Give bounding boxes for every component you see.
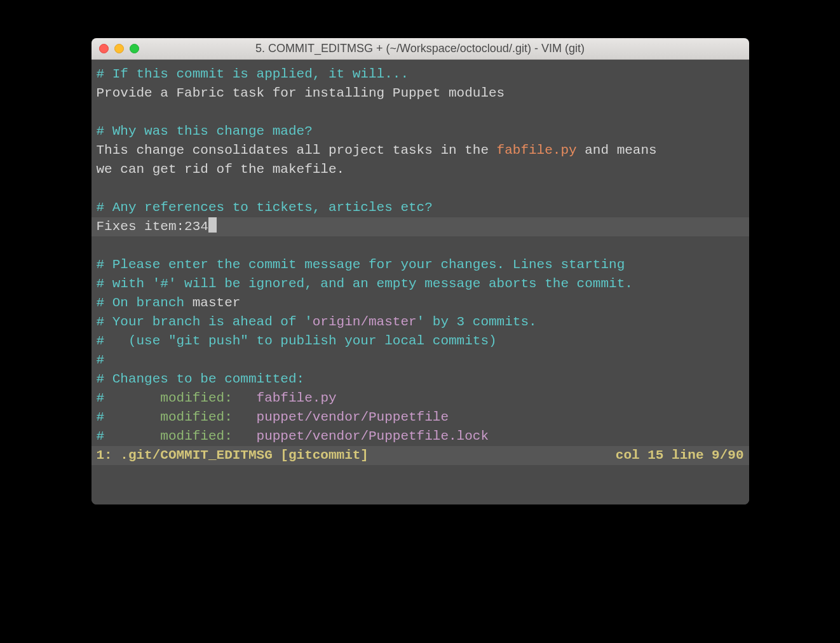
editor-line: # Why was this change made? bbox=[91, 122, 749, 141]
traffic-lights bbox=[99, 44, 139, 53]
maximize-icon[interactable] bbox=[130, 44, 139, 53]
terminal-window: 5. COMMIT_EDITMSG + (~/Workspace/octoclo… bbox=[91, 38, 749, 504]
vim-statusbar: 1: .git/COMMIT_EDITMSG [gitcommit] col 1… bbox=[91, 446, 749, 465]
commit-body-text: we can get rid of the makefile. bbox=[97, 162, 345, 177]
editor-line: # modified: puppet/vendor/Puppetfile.loc… bbox=[91, 427, 749, 446]
window-titlebar[interactable]: 5. COMMIT_EDITMSG + (~/Workspace/octoclo… bbox=[91, 38, 749, 60]
editor-line: Provide a Fabric task for installing Pup… bbox=[91, 84, 749, 103]
editor-blank bbox=[91, 465, 749, 497]
modified-file: puppet/vendor/Puppetfile.lock bbox=[257, 429, 489, 443]
minimize-icon[interactable] bbox=[114, 44, 124, 53]
git-changes-header: # Changes to be committed: bbox=[97, 372, 305, 386]
status-position: col 15 line 9/90 bbox=[616, 446, 744, 465]
editor-line: # Your branch is ahead of 'origin/master… bbox=[91, 313, 749, 332]
status-filename: 1: .git/COMMIT_EDITMSG [gitcommit] bbox=[97, 446, 369, 465]
commit-why-header: # Why was this change made? bbox=[97, 124, 313, 139]
git-ahead-text: by 3 commits. bbox=[424, 315, 536, 329]
editor-line: # On branch master bbox=[91, 294, 749, 313]
editor-line: # (use "git push" to publish your local … bbox=[91, 332, 749, 351]
modified-label: modified: bbox=[104, 391, 256, 405]
editor-line: # If this commit is applied, it will... bbox=[91, 65, 749, 84]
commit-template-header: # If this commit is applied, it will... bbox=[97, 67, 409, 81]
editor-line: # modified: puppet/vendor/Puppetfile bbox=[91, 408, 749, 427]
vim-editor[interactable]: # If this commit is applied, it will... … bbox=[91, 60, 749, 504]
filename-highlight: fabfile.py bbox=[497, 143, 577, 158]
git-push-hint: # (use "git push" to publish your local … bbox=[97, 334, 497, 348]
cursor-icon bbox=[208, 217, 217, 233]
editor-line: # with '#' will be ignored, and an empty… bbox=[91, 274, 749, 294]
hash-icon: # bbox=[97, 391, 105, 405]
git-branch-label: # On branch bbox=[97, 295, 193, 310]
quote: ' bbox=[304, 315, 313, 329]
git-ahead-text: # Your branch is ahead of bbox=[97, 315, 305, 329]
modified-file: fabfile.py bbox=[257, 391, 337, 405]
commit-body-text: and means bbox=[577, 143, 657, 158]
remote-branch: origin/master bbox=[313, 315, 417, 329]
close-icon[interactable] bbox=[99, 44, 109, 53]
git-instruction: # with '#' will be ignored, and an empty… bbox=[97, 276, 633, 291]
modified-file: puppet/vendor/Puppetfile bbox=[257, 410, 449, 424]
branch-name: master bbox=[193, 295, 241, 310]
git-comment: # bbox=[97, 353, 105, 367]
editor-line: # Changes to be committed: bbox=[91, 370, 749, 389]
editor-line: This change consolidates all project tas… bbox=[91, 141, 749, 160]
window-title: 5. COMMIT_EDITMSG + (~/Workspace/octoclo… bbox=[99, 42, 742, 55]
git-instruction: # Please enter the commit message for yo… bbox=[97, 257, 625, 272]
editor-line: we can get rid of the makefile. bbox=[91, 160, 749, 179]
commit-body-text: This change consolidates all project tas… bbox=[97, 143, 497, 158]
editor-line bbox=[91, 236, 749, 255]
modified-label: modified: bbox=[104, 429, 256, 443]
editor-cursor-line: Fixes item:234 bbox=[91, 217, 749, 236]
commit-refs-header: # Any references to tickets, articles et… bbox=[97, 200, 433, 215]
editor-line bbox=[91, 179, 749, 198]
hash-icon: # bbox=[97, 410, 105, 424]
editor-line bbox=[91, 103, 749, 122]
editor-line: # modified: fabfile.py bbox=[91, 389, 749, 408]
editor-line: # Please enter the commit message for yo… bbox=[91, 255, 749, 274]
quote: ' bbox=[417, 315, 425, 329]
editor-line: # bbox=[91, 351, 749, 370]
editor-line: # Any references to tickets, articles et… bbox=[91, 198, 749, 217]
modified-label: modified: bbox=[104, 410, 256, 424]
hash-icon: # bbox=[97, 429, 105, 443]
commit-subject: Provide a Fabric task for installing Pup… bbox=[97, 86, 505, 100]
commit-fixes-text: Fixes item:234 bbox=[97, 219, 208, 234]
